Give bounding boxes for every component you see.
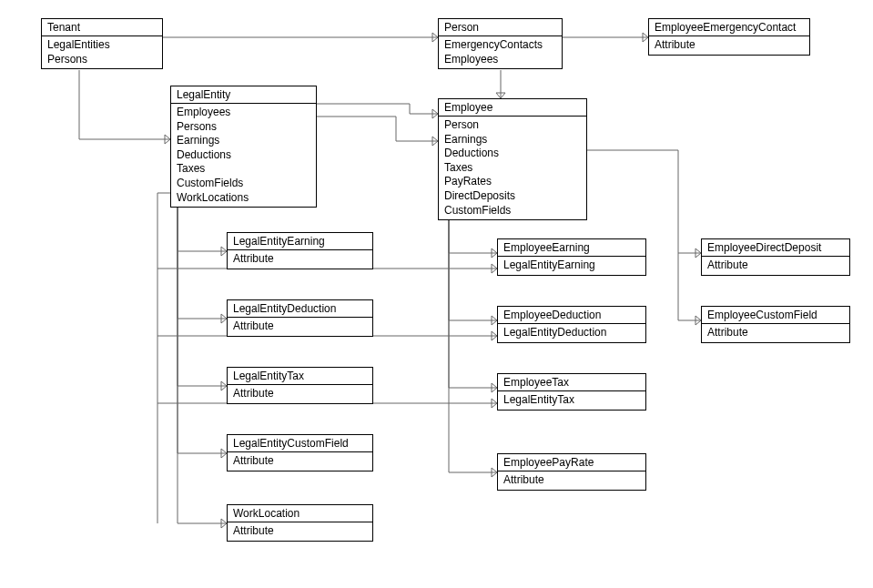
entity-body: Attribute xyxy=(228,385,372,403)
entity-body: Attribute xyxy=(702,324,849,342)
attr: PayRates xyxy=(444,175,581,189)
entity-body: Attribute xyxy=(649,36,809,55)
entity-title: Person xyxy=(439,19,562,36)
entity-title: Employee xyxy=(439,99,586,117)
attr: CustomFields xyxy=(177,177,310,191)
entity-title: LegalEntityCustomField xyxy=(228,435,372,452)
entity-le-custom: LegalEntityCustomField Attribute xyxy=(227,434,373,471)
entity-body: Person Earnings Deductions Taxes PayRate… xyxy=(439,117,586,219)
entity-emp-direct-deposit: EmployeeDirectDeposit Attribute xyxy=(701,238,850,276)
attr: Attribute xyxy=(655,38,804,53)
entity-title: Tenant xyxy=(42,19,162,36)
entity-le-tax: LegalEntityTax Attribute xyxy=(227,367,373,404)
attr: Taxes xyxy=(177,162,310,177)
attr: CustomFields xyxy=(444,204,581,218)
entity-body: Attribute xyxy=(702,257,849,275)
entity-body: Attribute xyxy=(498,471,645,490)
entity-title: LegalEntityTax xyxy=(228,368,372,385)
entity-body: LegalEntities Persons xyxy=(42,36,162,68)
entity-emp-deduction: EmployeeDeduction LegalEntityDeduction xyxy=(497,306,646,343)
entity-emp-payrate: EmployeePayRate Attribute xyxy=(497,453,646,491)
attr: Attribute xyxy=(233,252,367,267)
attr: Earnings xyxy=(444,133,581,147)
entity-employee: Employee Person Earnings Deductions Taxe… xyxy=(438,98,587,220)
entity-emergency-contact: EmployeeEmergencyContact Attribute xyxy=(648,18,810,56)
connector-lines xyxy=(0,0,873,588)
attr: WorkLocations xyxy=(177,191,310,206)
attr: Attribute xyxy=(233,387,367,401)
attr: LegalEntityTax xyxy=(503,393,640,408)
entity-title: EmployeeDeduction xyxy=(498,307,645,324)
entity-body: LegalEntityTax xyxy=(498,391,645,410)
entity-person: Person EmergencyContacts Employees xyxy=(438,18,563,69)
attr: Persons xyxy=(47,53,157,67)
attr: DirectDeposits xyxy=(444,189,581,204)
attr: Person xyxy=(444,118,581,133)
entity-emp-tax: EmployeeTax LegalEntityTax xyxy=(497,373,646,411)
entity-body: Attribute xyxy=(228,318,372,336)
entity-title: EmployeeDirectDeposit xyxy=(702,239,849,257)
attr: Deductions xyxy=(444,147,581,161)
entity-work-location: WorkLocation Attribute xyxy=(227,504,373,542)
attr: Earnings xyxy=(177,134,310,148)
entity-title: EmployeeCustomField xyxy=(702,307,849,324)
attr: Attribute xyxy=(233,524,367,539)
attr: Attribute xyxy=(233,319,367,334)
entity-body: EmergencyContacts Employees xyxy=(439,36,562,68)
attr: Attribute xyxy=(503,473,640,488)
entity-body: Attribute xyxy=(228,452,372,471)
entity-title: LegalEntityDeduction xyxy=(228,300,372,318)
entity-title: EmployeeEarning xyxy=(498,239,645,257)
attr: LegalEntities xyxy=(47,38,157,53)
entity-body: LegalEntityEarning xyxy=(498,257,645,275)
entity-title: WorkLocation xyxy=(228,505,372,522)
entity-body: LegalEntityDeduction xyxy=(498,324,645,342)
attr: Deductions xyxy=(177,148,310,163)
entity-tenant: Tenant LegalEntities Persons xyxy=(41,18,163,69)
entity-body: Attribute xyxy=(228,522,372,541)
entity-le-deduction: LegalEntityDeduction Attribute xyxy=(227,299,373,337)
attr: Attribute xyxy=(707,326,844,340)
entity-title: LegalEntity xyxy=(171,86,316,104)
attr: Attribute xyxy=(233,454,367,469)
entity-body: Attribute xyxy=(228,250,372,269)
attr: Taxes xyxy=(444,161,581,176)
entity-title: EmployeeTax xyxy=(498,374,645,391)
entity-le-earning: LegalEntityEarning Attribute xyxy=(227,232,373,269)
entity-emp-earning: EmployeeEarning LegalEntityEarning xyxy=(497,238,646,276)
attr: Employees xyxy=(177,106,310,120)
entity-body: Employees Persons Earnings Deductions Ta… xyxy=(171,104,316,207)
attr: LegalEntityDeduction xyxy=(503,326,640,340)
entity-legal-entity: LegalEntity Employees Persons Earnings D… xyxy=(170,86,317,208)
entity-title: LegalEntityEarning xyxy=(228,233,372,250)
entity-title: EmployeePayRate xyxy=(498,454,645,471)
attr: LegalEntityEarning xyxy=(503,259,640,273)
attr: Attribute xyxy=(707,259,844,273)
entity-emp-custom: EmployeeCustomField Attribute xyxy=(701,306,850,343)
attr: Persons xyxy=(177,120,310,135)
attr: EmergencyContacts xyxy=(444,38,556,53)
attr: Employees xyxy=(444,53,556,67)
entity-title: EmployeeEmergencyContact xyxy=(649,19,809,36)
